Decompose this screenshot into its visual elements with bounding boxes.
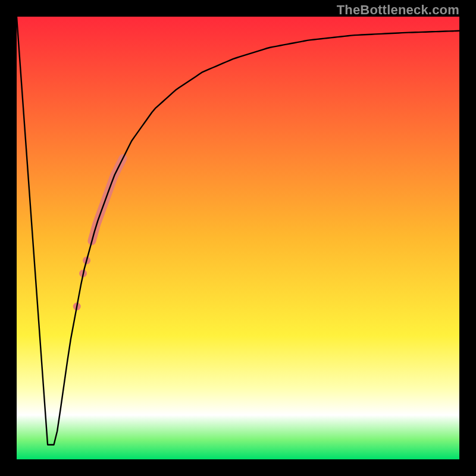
bottleneck-chart	[0, 0, 476, 476]
chart-frame: TheBottleneck.com	[0, 0, 476, 476]
watermark-text: TheBottleneck.com	[337, 2, 459, 18]
gradient-background	[17, 17, 459, 459]
